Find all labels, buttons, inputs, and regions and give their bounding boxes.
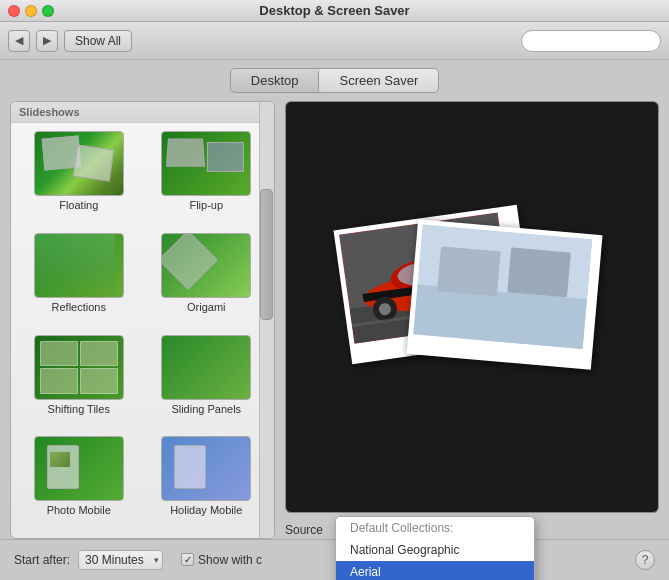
back-icon: ◀ bbox=[15, 34, 23, 47]
close-button[interactable] bbox=[8, 5, 20, 17]
thumbnail-photomobile bbox=[34, 436, 124, 501]
thumb-label-flipup: Flip-up bbox=[189, 199, 223, 211]
start-after-select-wrapper: 30 Minutes ▾ bbox=[78, 550, 163, 570]
search-input[interactable] bbox=[521, 30, 661, 52]
titlebar: Desktop & Screen Saver bbox=[0, 0, 669, 22]
preview-photo-2 bbox=[406, 219, 602, 370]
right-panel: Source ✓ FORD Default Collections: Natio… bbox=[285, 101, 659, 539]
thumbnail-shifting bbox=[34, 335, 124, 400]
left-panel: Slideshows Floating Flip-up Reflections … bbox=[10, 101, 275, 539]
thumb-label-holidaymobile: Holiday Mobile bbox=[170, 504, 242, 516]
svg-rect-13 bbox=[437, 246, 501, 296]
start-after-label: Start after: bbox=[14, 553, 70, 567]
show-with-wrapper: ✓ Show with c bbox=[181, 553, 262, 567]
maximize-button[interactable] bbox=[42, 5, 54, 17]
tile-1 bbox=[40, 341, 78, 367]
thumbnail-reflections bbox=[34, 233, 124, 298]
forward-button[interactable]: ▶ bbox=[36, 30, 58, 52]
tab-screen-saver[interactable]: Screen Saver bbox=[319, 69, 438, 92]
window-title: Desktop & Screen Saver bbox=[259, 3, 409, 18]
list-item[interactable]: Shifting Tiles bbox=[19, 335, 139, 429]
dropdown-item-national-geographic[interactable]: National Geographic bbox=[336, 539, 534, 561]
list-item[interactable]: Origami bbox=[147, 233, 267, 327]
show-with-label-text: Show with c bbox=[198, 553, 262, 567]
source-dropdown[interactable]: Default Collections: National Geographic… bbox=[335, 516, 535, 580]
photo2-image bbox=[413, 225, 592, 349]
preview-photos bbox=[286, 102, 658, 512]
thumb-label-reflections: Reflections bbox=[52, 301, 106, 313]
list-item[interactable]: Floating bbox=[19, 131, 139, 225]
scrollbar-thumb[interactable] bbox=[260, 189, 273, 320]
tab-group: Desktop Screen Saver bbox=[230, 68, 439, 93]
thumbnails-grid: Floating Flip-up Reflections Origami bbox=[11, 123, 274, 538]
svg-rect-14 bbox=[507, 247, 571, 297]
main-content: Slideshows Floating Flip-up Reflections … bbox=[0, 101, 669, 539]
help-button[interactable]: ? bbox=[635, 550, 655, 570]
list-item[interactable]: Reflections bbox=[19, 233, 139, 327]
forward-icon: ▶ bbox=[43, 34, 51, 47]
thumbnail-holidaymobile bbox=[161, 436, 251, 501]
tab-desktop[interactable]: Desktop bbox=[231, 69, 319, 92]
minimize-button[interactable] bbox=[25, 5, 37, 17]
scrollbar-track[interactable] bbox=[259, 102, 274, 538]
thumb-label-sliding: Sliding Panels bbox=[171, 403, 241, 415]
list-item[interactable]: Flip-up bbox=[147, 131, 267, 225]
tile-3 bbox=[40, 368, 78, 394]
thumb-label-shifting: Shifting Tiles bbox=[48, 403, 110, 415]
thumbnail-flipup bbox=[161, 131, 251, 196]
tile-4 bbox=[80, 368, 118, 394]
start-after-select[interactable]: 30 Minutes bbox=[78, 550, 163, 570]
list-item[interactable]: Sliding Panels bbox=[147, 335, 267, 429]
thumbnail-floating bbox=[34, 131, 124, 196]
show-with-checkbox[interactable]: ✓ bbox=[181, 553, 194, 566]
dropdown-header: Default Collections: bbox=[336, 517, 534, 539]
toolbar: ◀ ▶ Show All ⌕ bbox=[0, 22, 669, 60]
thumbnail-sliding bbox=[161, 335, 251, 400]
show-all-button[interactable]: Show All bbox=[64, 30, 132, 52]
search-wrapper: ⌕ bbox=[521, 30, 661, 52]
dropdown-item-aerial[interactable]: Aerial bbox=[336, 561, 534, 580]
list-item[interactable]: Holiday Mobile bbox=[147, 436, 267, 530]
thumb-label-origami: Origami bbox=[187, 301, 226, 313]
photo-inner-2 bbox=[413, 225, 592, 349]
preview-area bbox=[285, 101, 659, 513]
list-item[interactable]: Photo Mobile bbox=[19, 436, 139, 530]
back-button[interactable]: ◀ bbox=[8, 30, 30, 52]
slideshows-header: Slideshows bbox=[11, 102, 274, 123]
checkbox-check-icon: ✓ bbox=[184, 554, 192, 565]
traffic-lights bbox=[8, 5, 54, 17]
tile-2 bbox=[80, 341, 118, 367]
source-row: Source ✓ FORD Default Collections: Natio… bbox=[285, 521, 659, 539]
thumb-label-floating: Floating bbox=[59, 199, 98, 211]
tabs-bar: Desktop Screen Saver bbox=[0, 60, 669, 101]
thumbnail-origami bbox=[161, 233, 251, 298]
thumb-label-photomobile: Photo Mobile bbox=[47, 504, 111, 516]
source-label: Source bbox=[285, 523, 330, 537]
